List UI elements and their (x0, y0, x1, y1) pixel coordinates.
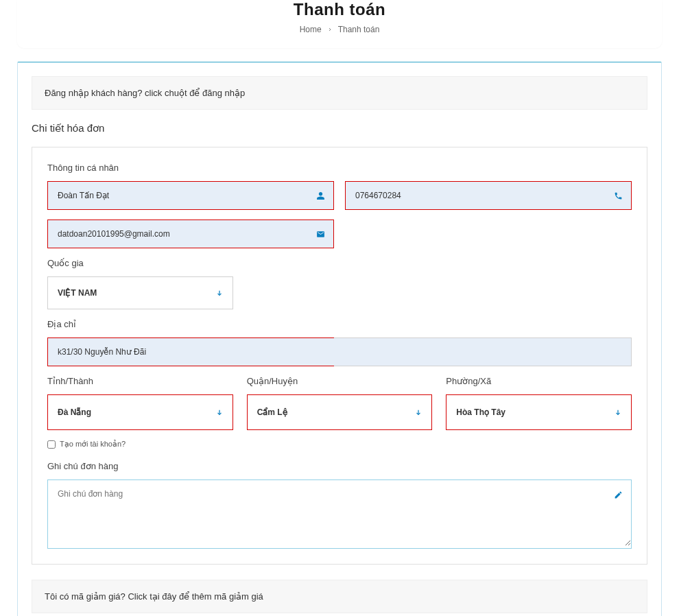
user-icon (315, 191, 325, 200)
checkout-container: Đăng nhập khách hàng? click chuột để đăn… (17, 62, 662, 616)
login-notice-text: Đăng nhập khách hàng? (45, 88, 145, 98)
coupon-bar: Tôi có mã giảm giá? Click tại đây để thê… (32, 580, 647, 613)
address-field-2[interactable] (334, 338, 631, 366)
district-label: Quận/Huyện (247, 376, 433, 386)
coupon-link[interactable]: Click tại đây để thêm mã giảm giá (128, 591, 263, 602)
address-label: Địa chỉ (47, 319, 632, 329)
arrow-down-icon (216, 409, 223, 416)
phone-field-wrap (345, 181, 632, 210)
login-link[interactable]: click chuột để đăng nhập (145, 88, 245, 98)
page-title: Thanh toán (17, 0, 662, 19)
phone-icon (613, 191, 623, 200)
coupon-prefix: Tôi có mã giảm giá? (45, 591, 128, 602)
country-value: VIỆT NAM (58, 288, 97, 298)
page-header: Thanh toán Home Thanh toán (17, 0, 662, 48)
envelope-icon (315, 229, 325, 239)
address-field-ext (334, 337, 632, 366)
breadcrumb: Home Thanh toán (17, 25, 662, 34)
arrow-down-icon (216, 289, 223, 296)
breadcrumb-home[interactable]: Home (300, 25, 322, 34)
district-value: Cẩm Lệ (257, 407, 287, 417)
create-account-label: Tạo mới tài khoản? (60, 440, 126, 449)
ward-select[interactable]: Hòa Thọ Tây (446, 394, 632, 430)
email-field-wrap (47, 220, 334, 248)
district-select[interactable]: Cẩm Lệ (247, 394, 433, 430)
phone-field[interactable] (346, 182, 631, 209)
email-field[interactable] (48, 220, 333, 248)
arrow-down-icon (615, 409, 621, 416)
province-select[interactable]: Đà Nẵng (47, 394, 233, 430)
province-label: Tỉnh/Thành (47, 376, 233, 386)
ward-value: Hòa Thọ Tây (456, 407, 505, 417)
arrow-down-icon (415, 409, 422, 416)
name-field[interactable] (48, 182, 333, 209)
create-account-checkbox[interactable] (47, 440, 56, 449)
province-value: Đà Nẵng (58, 407, 91, 417)
notes-label: Ghi chú đơn hàng (47, 461, 632, 471)
country-label: Quốc gia (47, 258, 632, 268)
personal-info-label: Thông tin cá nhân (47, 163, 632, 173)
notes-field[interactable] (48, 480, 631, 546)
ward-label: Phường/Xã (446, 376, 632, 386)
breadcrumb-current: Thanh toán (338, 25, 380, 34)
billing-box: Thông tin cá nhân (32, 147, 647, 565)
notes-wrap (47, 479, 632, 549)
address-field[interactable] (48, 338, 334, 366)
address-field-wrap (47, 337, 334, 366)
billing-section-title: Chi tiết hóa đơn (32, 122, 647, 134)
chevron-right-icon (327, 27, 333, 32)
pencil-icon (613, 490, 623, 499)
country-select[interactable]: VIỆT NAM (47, 276, 233, 309)
create-account-row[interactable]: Tạo mới tài khoản? (47, 440, 632, 449)
login-notice: Đăng nhập khách hàng? click chuột để đăn… (32, 76, 647, 110)
name-field-wrap (47, 181, 334, 210)
